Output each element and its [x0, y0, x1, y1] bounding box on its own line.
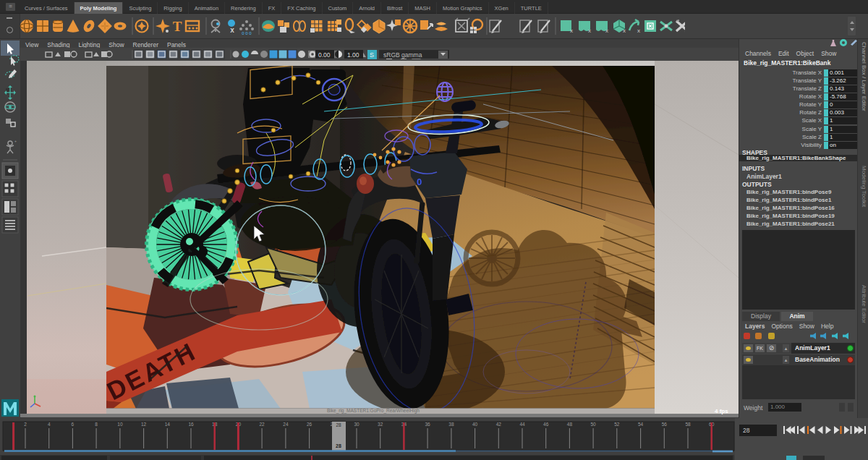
svg-text:sRGB gamma: sRGB gamma — [383, 51, 422, 59]
svg-text:x: x — [605, 27, 608, 34]
svg-text:4 fps: 4 fps — [715, 408, 728, 414]
svg-text:28: 28 — [743, 427, 750, 434]
svg-text:T: T — [173, 19, 182, 34]
svg-text:30: 30 — [354, 422, 359, 427]
svg-text:52: 52 — [614, 422, 620, 427]
svg-text:x: x — [623, 27, 626, 34]
svg-text:x: x — [637, 27, 640, 34]
svg-text:x: x — [230, 26, 234, 34]
svg-text:28: 28 — [336, 443, 341, 448]
svg-text:16: 16 — [188, 422, 194, 427]
svg-text:10: 10 — [117, 422, 123, 427]
svg-text:48: 48 — [567, 422, 573, 427]
svg-text:8: 8 — [95, 422, 98, 427]
svg-text:46: 46 — [543, 422, 549, 427]
svg-text:0: 0 — [417, 176, 422, 187]
svg-text:28: 28 — [336, 422, 341, 427]
svg-text:42: 42 — [496, 422, 502, 427]
svg-text:58: 58 — [685, 422, 691, 427]
svg-text:4: 4 — [48, 422, 51, 427]
svg-text:0 0 0: 0 0 0 — [242, 31, 252, 35]
svg-text:36: 36 — [425, 422, 430, 427]
svg-text:38: 38 — [448, 422, 454, 427]
svg-text:x: x — [570, 27, 573, 34]
svg-text:22: 22 — [259, 422, 265, 427]
svg-text:+: + — [14, 139, 17, 143]
svg-text:40: 40 — [472, 422, 478, 427]
svg-text:54: 54 — [638, 422, 644, 427]
svg-text:50: 50 — [590, 422, 596, 427]
svg-text:6: 6 — [72, 422, 75, 427]
svg-text:24: 24 — [283, 422, 289, 427]
svg-text:56: 56 — [662, 422, 668, 427]
svg-text:14: 14 — [165, 422, 171, 427]
svg-text:Bike_rig_MASTER1:GoPro_RearWhe: Bike_rig_MASTER1:GoPro_RearWheelHigh — [327, 408, 420, 414]
svg-text:44: 44 — [519, 422, 525, 427]
svg-text:0.00: 0.00 — [318, 51, 331, 59]
svg-text:2: 2 — [24, 422, 27, 427]
svg-text:S: S — [370, 51, 374, 59]
svg-text:1.00: 1.00 — [347, 51, 359, 59]
svg-text:32: 32 — [378, 422, 383, 427]
svg-text:26: 26 — [307, 422, 312, 427]
svg-text:12: 12 — [141, 422, 147, 427]
svg-text:x: x — [588, 27, 591, 34]
